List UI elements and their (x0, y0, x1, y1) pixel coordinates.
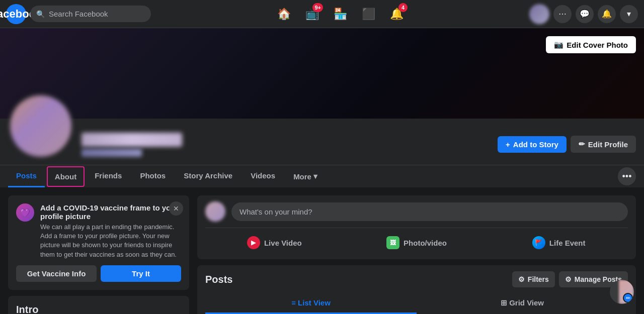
posts-section-actions: ⚙ Filters ⚙ Manage Posts (512, 271, 628, 287)
profile-section: + Add to Story ✏ Edit Profile (0, 119, 644, 165)
vaccine-card-close-button[interactable]: ✕ (169, 201, 183, 216)
tab-story-archive[interactable]: Story Archive (176, 165, 240, 187)
grid-view-tab[interactable]: ⊞ Grid View (417, 293, 628, 314)
close-icon: ✕ (173, 204, 179, 213)
bell-icon: 🔔 (602, 9, 612, 19)
photo-video-icon: 🖼 (386, 236, 399, 249)
life-event-label: Life Event (549, 239, 586, 247)
tab-more-label: More (293, 172, 311, 181)
vaccine-card: 💜 Add a COVID-19 vaccine frame to your p… (8, 195, 189, 290)
compose-icon: ✏ (623, 293, 633, 303)
filter-icon: ⚙ (518, 275, 525, 283)
search-input[interactable] (49, 10, 145, 18)
manage-icon: ⚙ (565, 275, 572, 283)
edit-cover-photo-label: Edit Cover Photo (567, 41, 628, 49)
watch-badge: 9+ (312, 3, 323, 12)
vaccine-emoji: 💜 (20, 208, 30, 218)
watch-nav-button[interactable]: 📺 9+ (300, 2, 324, 26)
list-view-tab[interactable]: ≡ List View (205, 293, 417, 314)
profile-top: + Add to Story ✏ Edit Profile (8, 119, 636, 165)
profile-name-area (82, 133, 490, 157)
profile-avatar-image (10, 95, 71, 157)
tab-friends[interactable]: Friends (87, 165, 130, 187)
groups-nav-button[interactable]: ⬛ (356, 2, 380, 26)
pencil-icon: ✏ (579, 140, 585, 149)
groups-icon: ⬛ (362, 8, 375, 21)
marketplace-nav-button[interactable]: 🏪 (328, 2, 352, 26)
nav-center: 🏠 📺 9+ 🏪 ⬛ 🔔 4 (151, 2, 529, 26)
facebook-logo[interactable]: Facebook (6, 4, 26, 24)
get-vaccine-info-button[interactable]: Get Vaccine Info (16, 265, 97, 282)
tab-friends-label: Friends (95, 171, 122, 180)
post-input-row: What's on your mind? (205, 201, 628, 222)
home-nav-button[interactable]: 🏠 (272, 2, 296, 26)
life-event-icon: 🚩 (532, 236, 545, 249)
live-video-label: Live Video (264, 239, 302, 247)
messenger-button[interactable]: 💬 (576, 5, 594, 23)
plus-icon: + (506, 140, 510, 149)
live-video-button[interactable]: ▶ Live Video (205, 232, 344, 253)
profile-navigation: Posts About Friends Photos Story Archive… (0, 165, 644, 187)
apps-grid-button[interactable]: ⋯ (553, 5, 572, 23)
tab-videos[interactable]: Videos (243, 165, 283, 187)
main-content: 📷 Edit Cover Photo + Add to Story (0, 28, 644, 314)
profile-name (82, 133, 182, 147)
life-event-button[interactable]: 🚩 Life Event (490, 232, 628, 253)
ellipsis-icon: ••• (622, 171, 632, 182)
view-tabs: ≡ List View ⊞ Grid View (205, 293, 628, 314)
tab-photos-label: Photos (140, 171, 166, 180)
notification-bell-button[interactable]: 🔔 (598, 5, 616, 23)
filters-label: Filters (528, 275, 549, 283)
camera-icon: 📷 (554, 40, 564, 49)
tab-more[interactable]: More ▾ (285, 166, 326, 187)
tab-about[interactable]: About (47, 166, 85, 187)
add-to-story-button[interactable]: + Add to Story (498, 136, 567, 153)
right-column: What's on your mind? ▶ Live Video 🖼 Phot… (197, 195, 636, 314)
add-to-story-label: Add to Story (513, 140, 558, 149)
grid-icon: ⊞ (501, 298, 509, 307)
list-view-label: List View (298, 298, 331, 307)
search-icon: 🔍 (36, 10, 45, 18)
account-dropdown-button[interactable]: ▾ (620, 5, 638, 23)
page-body: 💜 Add a COVID-19 vaccine frame to your p… (0, 187, 644, 314)
vaccine-icon: 💜 (16, 203, 34, 222)
post-input[interactable]: What's on your mind? (231, 202, 628, 221)
profile-avatar[interactable] (8, 93, 73, 159)
notifications-nav-button[interactable]: 🔔 4 (384, 2, 409, 26)
edit-profile-button[interactable]: ✏ Edit Profile (571, 136, 636, 153)
photo-video-button[interactable]: 🖼 Photo/video (348, 232, 486, 253)
edit-cover-photo-button[interactable]: 📷 Edit Cover Photo (546, 36, 636, 53)
vaccine-description: We can all play a part in ending the pan… (40, 223, 181, 259)
more-options-button[interactable]: ••• (618, 167, 636, 185)
messenger-icon: 💬 (580, 9, 590, 19)
left-column: 💜 Add a COVID-19 vaccine frame to your p… (8, 195, 189, 314)
posts-section: Posts ⚙ Filters ⚙ Manage Posts (197, 265, 636, 314)
profile-info (82, 133, 490, 159)
grid-view-label: Grid View (509, 298, 544, 307)
nav-left: Facebook 🔍 (6, 4, 151, 24)
photo-video-label: Photo/video (404, 239, 447, 247)
create-post-box: What's on your mind? ▶ Live Video 🖼 Phot… (197, 195, 636, 259)
cover-photo: 📷 Edit Cover Photo (0, 28, 644, 119)
profile-actions: + Add to Story ✏ Edit Profile (498, 136, 636, 159)
vaccine-header: 💜 Add a COVID-19 vaccine frame to your p… (16, 203, 181, 259)
search-bar[interactable]: 🔍 (30, 6, 151, 22)
floating-compose-button[interactable]: ✏ (610, 280, 634, 304)
tab-posts[interactable]: Posts (8, 165, 45, 187)
tab-about-label: About (55, 172, 76, 181)
edit-profile-label: Edit Profile (588, 140, 628, 149)
tab-photos[interactable]: Photos (132, 165, 174, 187)
try-it-button[interactable]: Try It (101, 265, 181, 282)
live-video-icon: ▶ (247, 236, 260, 249)
tab-videos-label: Videos (251, 171, 275, 180)
filters-button[interactable]: ⚙ Filters (512, 271, 555, 287)
notifications-badge: 4 (398, 3, 408, 12)
list-icon: ≡ (291, 298, 298, 307)
user-avatar[interactable] (529, 4, 549, 24)
vaccine-actions: Get Vaccine Info Try It (16, 265, 181, 282)
posts-title: Posts (205, 274, 512, 285)
tab-posts-label: Posts (16, 171, 37, 180)
vaccine-title: Add a COVID-19 vaccine frame to your pro… (40, 203, 181, 221)
nav-right: ⋯ 💬 🔔 ▾ (529, 4, 638, 24)
tab-story-archive-label: Story Archive (184, 171, 232, 180)
